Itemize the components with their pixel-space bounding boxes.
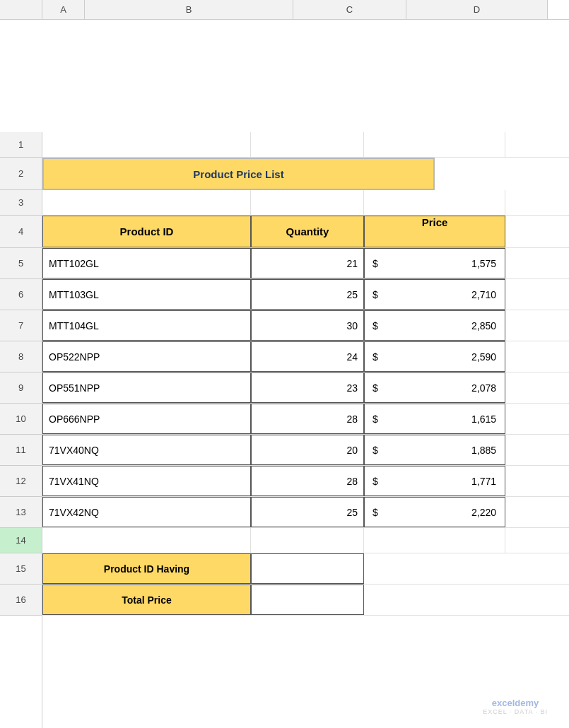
- row-13: 71VX42NQ 25 $ 2,220: [42, 497, 569, 528]
- row-11: 71VX40NQ 20 $ 1,885: [42, 435, 569, 466]
- row-numbers: 1 2 3 4 5 6 7 8 9 10 11 12 13 14 15 16: [0, 132, 42, 728]
- row-num-15: 15: [0, 553, 42, 585]
- cell-1c: [251, 132, 364, 157]
- cell-11c: 20: [251, 435, 364, 465]
- row-7: MTT104GL 30 $ 2,850: [42, 310, 569, 341]
- cell-14d: [364, 528, 505, 553]
- cell-10c: 28: [251, 404, 364, 434]
- cell-6b: MTT103GL: [42, 279, 251, 310]
- cell-6c: 25: [251, 279, 364, 310]
- row-num-4: 4: [0, 216, 42, 248]
- cell-11d: $ 1,885: [364, 435, 505, 465]
- cell-12d: $ 1,771: [364, 466, 505, 496]
- cell-7c: 30: [251, 310, 364, 341]
- row-num-12: 12: [0, 466, 42, 497]
- col-header-c: C: [293, 0, 406, 19]
- row-4: Product ID Quantity Price: [42, 216, 569, 248]
- spreadsheet: A B C D 1 2 3 4 5 6 7 8 9 10 11 12 13 14…: [0, 0, 569, 728]
- cell-13b: 71VX42NQ: [42, 497, 251, 527]
- cell-1b: [42, 132, 251, 157]
- row-num-6: 6: [0, 279, 42, 310]
- row-num-13: 13: [0, 497, 42, 528]
- row-3: [42, 190, 569, 216]
- row-num-9: 9: [0, 372, 42, 404]
- row-5: MTT102GL 21 $ 1,575: [42, 248, 569, 279]
- cell-1d: [364, 132, 505, 157]
- cell-3c: [251, 190, 364, 215]
- summary-label-row15: Product ID Having: [42, 553, 251, 584]
- cell-6d: $ 2,710: [364, 279, 505, 310]
- cell-10d: $ 1,615: [364, 404, 505, 434]
- col-header-quantity: Quantity: [251, 216, 364, 247]
- cell-14c: [251, 528, 364, 553]
- row-num-5: 5: [0, 248, 42, 279]
- row-num-2: 2: [0, 158, 42, 190]
- row-num-14: 14: [0, 528, 42, 553]
- col-header-product-id: Product ID: [42, 216, 251, 247]
- row-16: Total Price: [42, 585, 569, 616]
- col-header-a: A: [42, 0, 85, 19]
- row-12: 71VX41NQ 28 $ 1,771: [42, 466, 569, 497]
- row-6: MTT103GL 25 $ 2,710: [42, 279, 569, 310]
- content-area: Product Price List Product ID Quantity P…: [42, 132, 569, 728]
- corner-cell: [0, 0, 42, 20]
- title-cell: Product Price List: [42, 158, 435, 190]
- row-9: OP551NPP 23 $ 2,078: [42, 372, 569, 404]
- row-10: OP666NPP 28 $ 1,615: [42, 404, 569, 435]
- row-num-8: 8: [0, 341, 42, 372]
- col-header-d: D: [406, 0, 548, 19]
- summary-label-row16: Total Price: [42, 585, 251, 615]
- row-num-7: 7: [0, 310, 42, 341]
- row-8: OP522NPP 24 $ 2,590: [42, 341, 569, 372]
- cell-16d: [364, 585, 505, 615]
- cell-5c: 21: [251, 248, 364, 278]
- row-num-10: 10: [0, 404, 42, 435]
- cell-13c: 25: [251, 497, 364, 527]
- row-num-16: 16: [0, 585, 42, 616]
- cell-12b: 71VX41NQ: [42, 466, 251, 496]
- cell-10b: OP666NPP: [42, 404, 251, 434]
- col-header-row: A B C D: [42, 0, 569, 20]
- cell-7b: MTT104GL: [42, 310, 251, 341]
- col-header-price: Price: [364, 216, 505, 247]
- col-header-b: B: [85, 0, 293, 19]
- cell-8d: $ 2,590: [364, 341, 505, 372]
- cell-9c: 23: [251, 372, 364, 403]
- cell-12c: 28: [251, 466, 364, 496]
- cell-2d: [435, 158, 569, 190]
- row-num-1: 1: [0, 132, 42, 158]
- row-1: [42, 132, 569, 158]
- spreadsheet-title: Product Price List: [193, 168, 283, 180]
- row-num-11: 11: [0, 435, 42, 466]
- watermark: exceldemy EXCEL · DATA · BI: [483, 698, 548, 715]
- cell-14b: [42, 528, 251, 553]
- row-15: Product ID Having: [42, 553, 569, 585]
- cell-3d: [364, 190, 505, 215]
- cell-5d: $ 1,575: [364, 248, 505, 278]
- cell-9b: OP551NPP: [42, 372, 251, 403]
- row-num-3: 3: [0, 190, 42, 216]
- cell-8c: 24: [251, 341, 364, 372]
- row-2: Product Price List: [42, 158, 569, 190]
- cell-3b: [42, 190, 251, 215]
- cell-11b: 71VX40NQ: [42, 435, 251, 465]
- cell-8b: OP522NPP: [42, 341, 251, 372]
- cell-15d: [364, 553, 505, 584]
- cell-13d: $ 2,220: [364, 497, 505, 527]
- summary-value-row16[interactable]: [251, 585, 364, 615]
- cell-5b: MTT102GL: [42, 248, 251, 278]
- summary-value-row15[interactable]: [251, 553, 364, 584]
- cell-9d: $ 2,078: [364, 372, 505, 403]
- row-14: [42, 528, 569, 553]
- cell-7d: $ 2,850: [364, 310, 505, 341]
